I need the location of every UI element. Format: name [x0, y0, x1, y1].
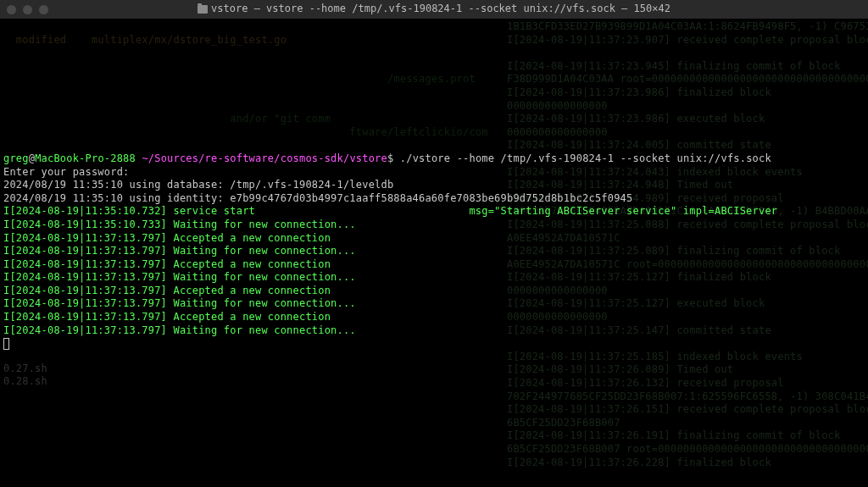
- cursor: [3, 338, 9, 350]
- command-text: ./vstore --home /tmp/.vfs-190824-1 --soc…: [400, 152, 771, 164]
- terminal-output: greg@MacBook-Pro-2888 ~/Sources/re-softw…: [3, 139, 865, 363]
- log-line: 2024/08/19 11:35:10 using identity: e7b9…: [3, 192, 632, 204]
- terminal-viewport[interactable]: 1B1B3CFD33ED27B939899D1A04C03AA:1:8624FB…: [0, 19, 868, 487]
- shell-prompt: greg@MacBook-Pro-2888 ~/Sources/re-softw…: [3, 152, 771, 164]
- close-icon[interactable]: [7, 5, 16, 14]
- traffic-lights: [7, 5, 48, 14]
- log-line: Enter your password:: [3, 166, 130, 178]
- log-line: I[2024-08-19|11:35:10.732] service start…: [3, 205, 777, 217]
- log-line: I[2024-08-19|11:37:13.797] Accepted a ne…: [3, 232, 331, 244]
- minimize-icon[interactable]: [23, 5, 32, 14]
- window-title: vstore — vstore --home /tmp/.vfs-190824-…: [0, 3, 868, 16]
- log-line: I[2024-08-19|11:35:10.733] Waiting for n…: [3, 219, 356, 230]
- log-line: I[2024-08-19|11:37:13.797] Waiting for n…: [3, 245, 356, 257]
- log-line: I[2024-08-19|11:37:13.797] Accepted a ne…: [3, 285, 331, 296]
- zoom-icon[interactable]: [39, 5, 48, 14]
- log-line: I[2024-08-19|11:37:13.797] Waiting for n…: [3, 297, 356, 309]
- log-line: I[2024-08-19|11:37:13.797] Accepted a ne…: [3, 258, 331, 270]
- log-line: I[2024-08-19|11:37:13.797] Waiting for n…: [3, 271, 356, 283]
- log-line: I[2024-08-19|11:37:13.797] Accepted a ne…: [3, 311, 331, 323]
- log-line: I[2024-08-19|11:37:13.797] Waiting for n…: [3, 324, 356, 336]
- log-line: 2024/08/19 11:35:10 using database: /tmp…: [3, 179, 393, 191]
- titlebar: vstore — vstore --home /tmp/.vfs-190824-…: [0, 0, 868, 19]
- folder-icon: [198, 5, 208, 14]
